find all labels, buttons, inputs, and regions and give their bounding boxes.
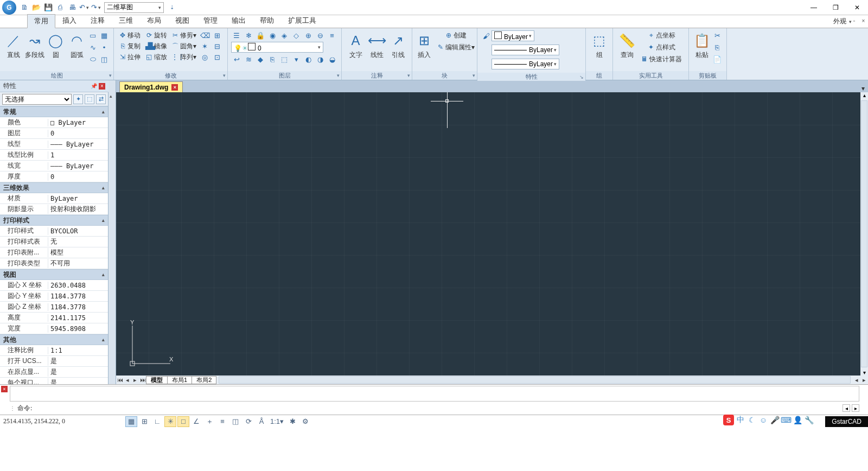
layout-tab[interactable]: 模型 [146,376,168,384]
property-row[interactable]: 线宽——— ByLayer [0,161,108,171]
property-row[interactable]: 打印表附...模型 [0,247,108,258]
ime-moon-icon[interactable]: ☾ [747,415,757,425]
ime-mic-icon[interactable]: 🎤 [770,415,780,425]
layout-tab[interactable]: 布局1 [167,376,192,384]
layer-prop-icon[interactable]: ☰ [231,30,242,41]
erase-icon[interactable]: ⌫ [200,30,210,41]
layer-more4-icon[interactable]: ◒ [327,54,337,65]
tab-next-icon[interactable]: ▸ [131,377,139,384]
ribbon-close-icon[interactable]: × [860,17,867,24]
ime-logo-icon[interactable]: S [723,415,734,425]
redo-icon[interactable]: ↷▾ [91,2,101,13]
layer-iso2-icon[interactable]: ⬚ [279,54,290,65]
property-row[interactable]: 厚度0 [0,171,108,182]
lwt-toggle[interactable]: ≡ [216,416,228,427]
ribbon-tab[interactable]: 帮助 [253,14,281,28]
property-category-header[interactable]: 三维效果▴ [0,182,108,193]
ime-person-icon[interactable]: 👤 [793,415,802,425]
panel-close-icon[interactable]: × [99,83,105,90]
ribbon-tab[interactable]: 扩展工具 [281,14,323,28]
ime-toolbar[interactable]: S 中 ☾ ☺ 🎤 ⌨ 👤 🔧 [723,415,814,425]
horizontal-scrollbar[interactable] [219,376,851,384]
layer-lock-icon[interactable]: 🔒 [255,30,266,41]
block-create-button[interactable]: ⊕创建 [435,30,476,41]
annoscale-display[interactable]: 1:1 ▾ [269,416,285,427]
app-logo[interactable]: G [2,1,16,15]
layer-copy-icon[interactable]: ⎘ [267,54,278,65]
rotate-button[interactable]: ⟳旋转 [144,30,169,41]
text-button[interactable]: A文字 [345,30,366,69]
ime-settings-icon[interactable]: 🔧 [804,415,814,425]
hatch-icon[interactable]: ▦ [99,30,110,41]
point-icon[interactable]: • [99,42,110,53]
undo-icon[interactable]: ↶▾ [79,2,90,13]
command-close-icon[interactable]: × [1,386,8,392]
rectangle-icon[interactable]: ▭ [87,30,98,41]
saveas-icon[interactable]: ⎙ [55,2,66,13]
circle-button[interactable]: ◯圆 [46,30,67,69]
polar-toggle[interactable]: ✳ [164,416,176,427]
otrack-toggle[interactable]: ∠ [190,416,202,427]
property-row[interactable]: 图层0 [0,128,108,139]
annoauto-toggle[interactable]: ⚙ [299,416,311,427]
cycle-toggle[interactable]: ⟳ [242,416,254,427]
layer-off-icon[interactable]: ◉ [267,30,278,41]
dialog-launcher-icon[interactable]: ▾ [109,73,112,78]
ribbon-tab[interactable]: 输出 [225,14,253,28]
paste-special-icon[interactable]: 📄 [712,54,723,65]
minimize-button[interactable]: — [803,0,825,15]
save-icon[interactable]: 💾 [43,2,54,13]
group-button[interactable]: ⬚组 [589,30,609,69]
tab-menu-icon[interactable]: ▾ [861,85,865,92]
measure-button[interactable]: 📏查询 [616,30,638,69]
property-row[interactable]: 每个视口...是 [0,378,108,384]
quickcalc-button[interactable]: 🖩快速计算器 [639,54,684,65]
cmd-scroll-left-icon[interactable]: ◂ [843,404,850,412]
tab-first-icon[interactable]: ⏮ [116,377,124,383]
tab-prev-icon[interactable]: ◂ [124,377,131,384]
layout-tab[interactable]: 布局2 [192,376,216,384]
region-icon[interactable]: ◫ [99,54,110,65]
polyline-button[interactable]: ↝多段线 [24,30,46,69]
command-input[interactable] [32,404,843,412]
quick-select-icon[interactable]: ✦ [73,94,83,104]
explode-icon[interactable]: ✶ [200,41,210,52]
ribbon-tab[interactable]: 管理 [196,14,225,28]
spline-icon[interactable]: ∿ [87,42,98,53]
ribbon-tab[interactable]: 视图 [168,14,196,28]
ellipse-icon[interactable]: ⬭ [87,54,98,65]
ribbon-tab[interactable]: 插入 [55,14,84,28]
property-row[interactable]: 线型——— ByLayer [0,139,108,150]
close-button[interactable]: ✕ [846,0,868,15]
ime-lang-icon[interactable]: 中 [736,415,745,425]
block-insert-button[interactable]: ⊞插入 [416,30,433,69]
layer-isolate-icon[interactable]: ◈ [279,30,290,41]
pin-icon[interactable]: 📌 [91,83,97,90]
open-icon[interactable]: 📂 [31,2,42,13]
layer-more2-icon[interactable]: ◐ [303,54,314,65]
property-row[interactable]: 圆心 X 坐标2630.0488 [0,280,108,291]
layer-merge-icon[interactable]: ⊕ [303,30,314,41]
property-row[interactable]: 打印样式BYCOLOR [0,226,108,237]
property-row[interactable]: 材质ByLayer [0,193,108,204]
props-dialog-launcher-icon[interactable]: ↘ [579,74,584,80]
annovis-toggle[interactable]: ✱ [286,416,298,427]
modify-misc3-icon[interactable]: ⊡ [212,52,222,62]
pointstyle-button[interactable]: ✦点样式 [639,42,684,53]
vertical-scrollbar[interactable]: ▴▾ [860,92,868,375]
copy-button[interactable]: ⎘复制 [117,41,142,52]
scale-button[interactable]: ◱缩放 [144,52,169,62]
ortho-toggle[interactable]: ∟ [151,416,163,427]
annomonitor-toggle[interactable]: Å [256,416,267,427]
property-category-header[interactable]: 常规▴ [0,106,108,117]
layer-prev-icon[interactable]: ↩ [231,54,242,65]
property-row[interactable]: 高度2141.1175 [0,313,108,323]
tab-close-icon[interactable]: × [171,84,178,91]
new-icon[interactable]: 🗎 [19,2,30,13]
command-handle-icon[interactable]: ⋮ [10,405,15,411]
layer-match-icon[interactable]: ≋ [243,54,254,65]
layer-walk-icon[interactable]: ◇ [291,30,302,41]
coordinates-display[interactable]: 2514.4135, 2154.222, 0 [0,417,125,425]
property-row[interactable]: 注释比例1:1 [0,345,108,356]
property-category-header[interactable]: 视图▴ [0,269,108,280]
